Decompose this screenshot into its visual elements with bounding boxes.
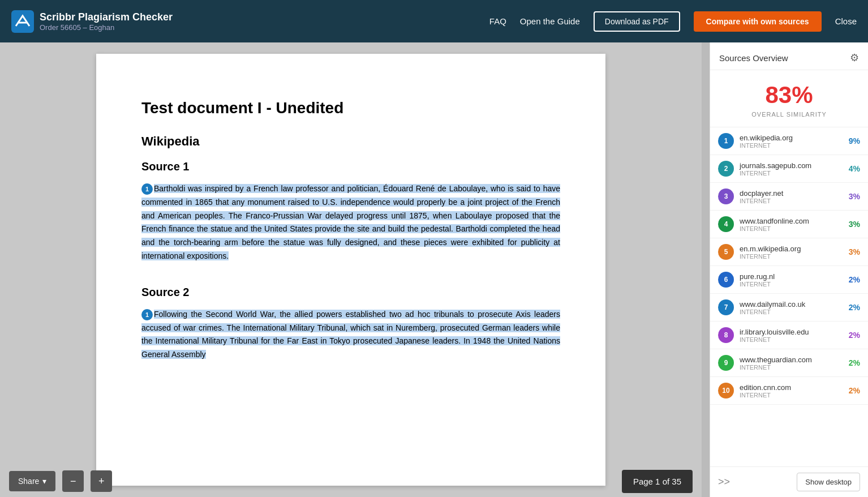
- source-pct: 9%: [849, 136, 860, 145]
- share-chevron-icon: ▾: [42, 477, 46, 486]
- source-domain: www.theguardian.com: [740, 355, 844, 364]
- sidebar-footer: >> Show desktop: [710, 466, 868, 497]
- source-pct: 2%: [849, 275, 860, 284]
- source-domain: ir.library.louisville.edu: [740, 328, 844, 336]
- guide-link[interactable]: Open the Guide: [520, 16, 580, 26]
- source-item[interactable]: 7 www.dailymail.co.uk INTERNET 2%: [710, 294, 868, 322]
- document-area: Test document I - Unedited Wikipedia Sou…: [0, 42, 710, 497]
- source-item[interactable]: 10 edition.cnn.com INTERNET 2%: [710, 377, 868, 405]
- source-num: 3: [718, 188, 734, 204]
- source1-title: Source 1: [141, 160, 560, 173]
- source-pct: 2%: [849, 386, 860, 395]
- share-button[interactable]: Share ▾: [9, 471, 55, 491]
- close-button[interactable]: Close: [835, 16, 857, 26]
- source-domain: en.m.wikipedia.org: [740, 245, 844, 253]
- sidebar: Sources Overview ⚙ 83% OVERALL SIMILARIT…: [710, 42, 868, 497]
- source-info: en.wikipedia.org INTERNET: [740, 134, 844, 149]
- source-info: pure.rug.nl INTERNET: [740, 272, 844, 288]
- source-pct: 2%: [849, 331, 860, 340]
- source-type: INTERNET: [740, 142, 844, 149]
- zoom-out-button[interactable]: −: [62, 470, 84, 492]
- source-type: INTERNET: [740, 198, 844, 204]
- source-num: 10: [718, 383, 734, 399]
- expand-icon[interactable]: >>: [718, 476, 730, 488]
- source1-text: Bartholdi was inspired by a French law p…: [141, 184, 560, 260]
- document-page: Test document I - Unedited Wikipedia Sou…: [96, 54, 605, 486]
- source-item[interactable]: 8 ir.library.louisville.edu INTERNET 2%: [710, 322, 868, 349]
- show-desktop-button[interactable]: Show desktop: [797, 473, 860, 491]
- download-pdf-button[interactable]: Download as PDF: [594, 11, 680, 32]
- source-item[interactable]: 4 www.tandfonline.com INTERNET 3%: [710, 211, 868, 238]
- source-domain: www.tandfonline.com: [740, 217, 844, 225]
- source-item[interactable]: 9 www.theguardian.com INTERNET 2%: [710, 349, 868, 377]
- source-num: 2: [718, 161, 734, 177]
- source-info: edition.cnn.com INTERNET: [740, 383, 844, 399]
- source-item[interactable]: 3 docplayer.net INTERNET 3%: [710, 183, 868, 211]
- similarity-percent: 83%: [719, 82, 859, 109]
- source-domain: edition.cnn.com: [740, 383, 844, 392]
- document-section: Wikipedia: [141, 134, 560, 149]
- source-domain: docplayer.net: [740, 189, 844, 198]
- source-item[interactable]: 6 pure.rug.nl INTERNET 2%: [710, 266, 868, 294]
- source-domain: en.wikipedia.org: [740, 134, 844, 142]
- source-pct: 4%: [849, 164, 860, 173]
- document-wrapper: Test document I - Unedited Wikipedia Sou…: [0, 42, 702, 497]
- source-type: INTERNET: [740, 336, 844, 343]
- page-indicator: Page 1 of 35: [622, 470, 693, 493]
- document-scrollbar[interactable]: [702, 42, 710, 497]
- source-domain: journals.sagepub.com: [740, 161, 844, 170]
- logo-icon: [11, 10, 34, 33]
- source-info: en.m.wikipedia.org INTERNET: [740, 245, 844, 260]
- source-info: www.tandfonline.com INTERNET: [740, 217, 844, 232]
- header: Scribbr Plagiarism Checker Order 56605 –…: [0, 0, 868, 42]
- source-pct: 2%: [849, 303, 860, 312]
- source-num: 4: [718, 216, 734, 232]
- source-info: journals.sagepub.com INTERNET: [740, 161, 844, 177]
- zoom-in-button[interactable]: +: [91, 470, 112, 492]
- source-item[interactable]: 1 en.wikipedia.org INTERNET 9%: [710, 127, 868, 155]
- logo-subtitle: Order 56605 – Eoghan: [40, 23, 173, 32]
- source-type: INTERNET: [740, 170, 844, 177]
- source-item[interactable]: 2 journals.sagepub.com INTERNET 4%: [710, 155, 868, 183]
- source-type: INTERNET: [740, 364, 844, 371]
- source-item[interactable]: 5 en.m.wikipedia.org INTERNET 3%: [710, 238, 868, 266]
- source-pct: 3%: [849, 220, 860, 229]
- source2-title: Source 2: [141, 286, 560, 299]
- sidebar-header: Sources Overview ⚙: [710, 42, 868, 70]
- source-info: docplayer.net INTERNET: [740, 189, 844, 204]
- source-type: INTERNET: [740, 253, 844, 260]
- source-num: 9: [718, 355, 734, 371]
- svg-rect-0: [11, 10, 34, 33]
- source-info: www.dailymail.co.uk INTERNET: [740, 300, 844, 315]
- source2-text: Following the Second World War, the alli…: [141, 310, 560, 359]
- logo-title: Scribbr Plagiarism Checker: [40, 11, 173, 23]
- source-num: 6: [718, 272, 734, 288]
- source-pct: 3%: [849, 192, 860, 201]
- logo: Scribbr Plagiarism Checker Order 56605 –…: [11, 10, 173, 33]
- main-area: Test document I - Unedited Wikipedia Sou…: [0, 42, 868, 497]
- faq-link[interactable]: FAQ: [489, 16, 506, 26]
- source1-marker: 1: [141, 183, 153, 195]
- sources-list: 1 en.wikipedia.org INTERNET 9% 2 journal…: [710, 127, 868, 466]
- gear-icon[interactable]: ⚙: [850, 52, 859, 64]
- source-info: ir.library.louisville.edu INTERNET: [740, 328, 844, 343]
- source-type: INTERNET: [740, 309, 844, 315]
- document-title: Test document I - Unedited: [141, 99, 560, 117]
- source-type: INTERNET: [740, 225, 844, 232]
- source-pct: 2%: [849, 358, 860, 367]
- source-pct: 3%: [849, 247, 860, 256]
- source2-marker: 1: [141, 309, 153, 320]
- source-type: INTERNET: [740, 392, 844, 399]
- source-num: 5: [718, 244, 734, 260]
- logo-text: Scribbr Plagiarism Checker Order 56605 –…: [40, 11, 173, 32]
- source-info: www.theguardian.com INTERNET: [740, 355, 844, 371]
- source-domain: www.dailymail.co.uk: [740, 300, 844, 309]
- header-nav: FAQ Open the Guide Download as PDF Compa…: [489, 11, 857, 32]
- sidebar-title: Sources Overview: [719, 53, 788, 63]
- source-num: 8: [718, 327, 734, 343]
- similarity-section: 83% OVERALL SIMILARITY: [710, 70, 868, 127]
- bottom-bar: Share ▾ − + Page 1 of 35: [0, 465, 702, 497]
- source-domain: pure.rug.nl: [740, 272, 844, 281]
- compare-sources-button[interactable]: Compare with own sources: [694, 11, 822, 32]
- share-label: Share: [18, 477, 39, 486]
